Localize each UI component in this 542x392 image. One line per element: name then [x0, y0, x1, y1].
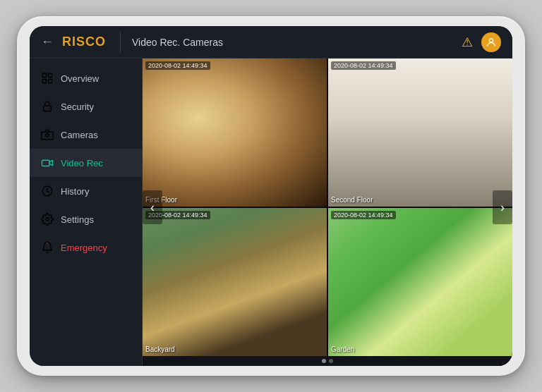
- camera-label-2: Second Floor: [331, 196, 373, 204]
- sidebar-item-label: Video Rec: [61, 158, 103, 169]
- sidebar-item-label: Overview: [61, 73, 99, 84]
- svg-rect-5: [44, 106, 52, 111]
- camera-grid: ‹ 2020-08-02 14:49:34 First Floor 2020-0…: [143, 59, 512, 356]
- dot-indicator: [143, 356, 512, 366]
- page-title: Video Rec. Cameras: [132, 37, 462, 48]
- camera-timestamp-1: 2020-08-02 14:49:34: [145, 61, 210, 70]
- camera-timestamp-2: 2020-08-02 14:49:34: [331, 61, 396, 70]
- svg-rect-2: [49, 73, 52, 77]
- camera-area: ‹ 2020-08-02 14:49:34 First Floor 2020-0…: [143, 59, 512, 366]
- screen: ← RISCO Video Rec. Cameras ⚠: [30, 26, 512, 366]
- svg-rect-1: [42, 73, 46, 77]
- svg-rect-3: [42, 80, 46, 83]
- sidebar-item-overview[interactable]: Overview: [30, 64, 142, 92]
- logo: RISCO: [62, 35, 106, 49]
- svg-rect-4: [49, 80, 52, 83]
- sidebar-item-label: Settings: [61, 214, 94, 225]
- sidebar-item-cameras[interactable]: Cameras: [30, 121, 142, 149]
- camera-cell-4[interactable]: 2020-08-02 14:49:34 Garden: [328, 208, 512, 356]
- camera-icon: [41, 128, 54, 141]
- svg-point-6: [46, 134, 49, 137]
- camera-cell-2[interactable]: 2020-08-02 14:49:34 Second Floor: [328, 59, 512, 207]
- header-divider: [120, 32, 121, 52]
- sidebar-item-video-rec[interactable]: Video Rec: [30, 149, 142, 177]
- camera-nav-left[interactable]: ‹: [143, 190, 162, 224]
- sidebar-item-emergency[interactable]: Emergency: [30, 233, 142, 262]
- svg-rect-7: [42, 160, 50, 166]
- settings-icon: [41, 213, 54, 226]
- camera-timestamp-4: 2020-08-02 14:49:34: [331, 211, 396, 219]
- video-icon: [41, 157, 54, 169]
- sidebar-item-security[interactable]: Security: [30, 92, 142, 121]
- lock-icon: [41, 100, 54, 113]
- header-icons: ⚠: [462, 32, 501, 52]
- grid-icon: [41, 72, 54, 85]
- sidebar-item-label: Security: [61, 102, 94, 112]
- sidebar-item-history[interactable]: History: [30, 177, 142, 205]
- sidebar-item-label: Cameras: [61, 130, 98, 140]
- camera-label-4: Garden: [331, 345, 354, 353]
- svg-point-0: [489, 38, 493, 42]
- svg-point-10: [47, 243, 48, 244]
- user-avatar[interactable]: [481, 32, 501, 52]
- sidebar-item-label: History: [61, 186, 89, 197]
- alert-icon[interactable]: ⚠: [462, 35, 473, 50]
- sidebar-item-label: Emergency: [61, 243, 107, 253]
- app-header: ← RISCO Video Rec. Cameras ⚠: [30, 26, 512, 59]
- camera-nav-right[interactable]: ›: [493, 190, 512, 224]
- sidebar: Overview Security: [30, 59, 143, 366]
- camera-cell-1[interactable]: 2020-08-02 14:49:34 First Floor: [143, 59, 327, 207]
- svg-point-9: [46, 218, 49, 221]
- sidebar-item-settings[interactable]: Settings: [30, 205, 142, 233]
- main-content: Overview Security: [30, 59, 512, 366]
- bell-icon: [41, 241, 54, 254]
- dot-2[interactable]: [329, 359, 333, 363]
- dot-1[interactable]: [322, 359, 326, 363]
- back-button[interactable]: ←: [41, 35, 54, 49]
- camera-cell-3[interactable]: 2020-08-02 14:49:34 Backyard: [143, 208, 327, 356]
- clock-icon: [41, 185, 54, 197]
- tablet-shell: ← RISCO Video Rec. Cameras ⚠: [17, 16, 525, 376]
- camera-label-3: Backyard: [145, 345, 175, 353]
